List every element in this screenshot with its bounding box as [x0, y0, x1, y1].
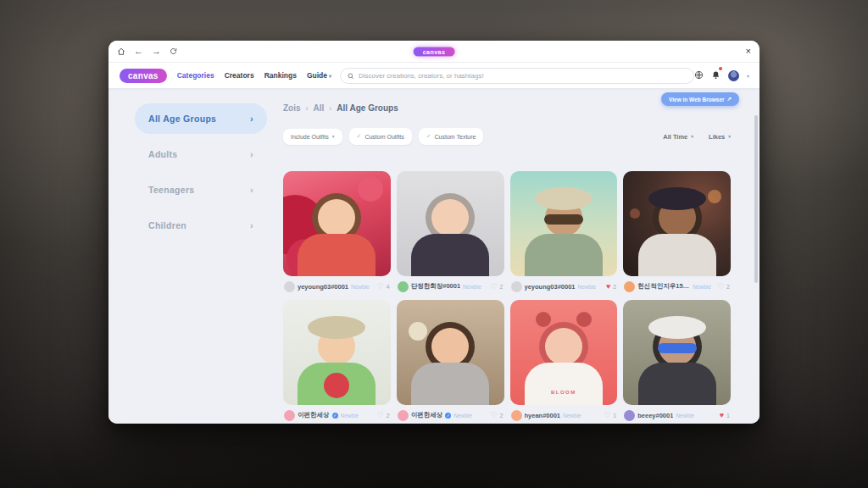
like-heart-icon[interactable]: ♡	[377, 283, 384, 291]
search-bar[interactable]	[340, 68, 694, 84]
creator-username[interactable]: 단정한회장#0001	[411, 282, 460, 291]
view-in-web-browser-button[interactable]: View in Web Browser ↗	[661, 92, 739, 106]
chevron-down-icon: ▾	[332, 134, 335, 139]
avatar[interactable]	[728, 70, 739, 81]
time-range-dropdown[interactable]: All Time ▾	[663, 133, 693, 141]
newbie-badge: Newbie	[453, 413, 472, 419]
creation-card[interactable]: yeyoung03#0001 Newbie ♡ 4	[283, 171, 391, 297]
creation-card[interactable]: BLOOM hyean#0001 Newbie ♡ 1	[510, 300, 618, 424]
creation-image[interactable]	[283, 300, 391, 405]
like-heart-icon[interactable]: ♡	[491, 283, 498, 291]
breadcrumb-all[interactable]: All	[314, 103, 325, 113]
nav-guide[interactable]: Guide▾	[307, 71, 331, 80]
creation-image[interactable]	[397, 300, 504, 405]
chevron-right-icon: ›	[329, 104, 331, 113]
creator-avatar[interactable]	[624, 410, 635, 421]
like-count: 2	[500, 284, 504, 290]
breadcrumb-zois[interactable]: Zois	[283, 103, 301, 113]
custom-outfits-toggle[interactable]: ✓ Custom Outfits	[349, 128, 412, 145]
creator-avatar[interactable]	[398, 410, 409, 421]
chevron-down-icon[interactable]: ▾	[747, 73, 749, 79]
like-heart-icon[interactable]: ♡	[717, 283, 724, 291]
like-heart-icon[interactable]: ♡	[377, 412, 384, 419]
creation-image[interactable]	[623, 171, 731, 276]
creation-image[interactable]	[397, 171, 504, 276]
app-window: ← → canvas × canvas Categories Creators …	[108, 41, 760, 424]
creator-username[interactable]: yeyoung03#0001	[525, 283, 576, 291]
nav-rankings[interactable]: Rankings	[264, 71, 297, 80]
back-icon[interactable]: ←	[134, 47, 143, 56]
like-heart-icon[interactable]: ♥	[606, 283, 610, 291]
shirt-text: BLOOM	[525, 390, 603, 395]
creation-card[interactable]: yeyoung03#0001 Newbie ♥ 2	[510, 171, 618, 297]
notifications-bell-icon[interactable]	[711, 68, 721, 83]
figure-torso: BLOOM	[525, 363, 603, 405]
like-heart-icon[interactable]: ♥	[720, 412, 724, 419]
browser-tab-title[interactable]: canvas	[414, 47, 455, 56]
like-count: 2	[500, 413, 504, 419]
figure-torso	[298, 234, 376, 276]
chevron-right-icon: ›	[250, 114, 253, 124]
globe-icon[interactable]	[694, 68, 704, 83]
creation-image[interactable]	[283, 171, 391, 276]
card-footer: 이편한세상 ✓ Newbie ♡ 2	[397, 405, 504, 424]
figure-torso	[638, 234, 716, 276]
nav-categories[interactable]: Categories	[177, 71, 214, 80]
card-footer: hyean#0001 Newbie ♡ 1	[510, 405, 618, 424]
chevron-right-icon: ›	[250, 185, 253, 195]
include-outfits-dropdown[interactable]: Include Outfits ▾	[283, 129, 342, 145]
creation-card[interactable]: 이편한세상 ✓ Newbie ♡ 2	[397, 300, 504, 424]
creator-avatar[interactable]	[624, 281, 635, 292]
creator-avatar[interactable]	[284, 281, 295, 292]
card-footer: 헌신적인지우15#0001 Newbie ♡ 2	[623, 276, 731, 297]
chevron-right-icon: ›	[250, 149, 253, 159]
creator-avatar[interactable]	[511, 281, 522, 292]
newbie-badge: Newbie	[693, 284, 711, 290]
creation-card[interactable]: 헌신적인지우15#0001 Newbie ♡ 2	[623, 171, 731, 297]
creation-image[interactable]	[510, 171, 618, 276]
creator-username[interactable]: 이편한세상	[298, 411, 330, 419]
app-content: canvas Categories Creators Rankings Guid…	[108, 63, 760, 424]
sidebar-item-adults[interactable]: Adults ›	[135, 139, 267, 169]
figure-head	[545, 328, 582, 365]
creator-username[interactable]: 이편한세상	[411, 411, 443, 419]
creation-card[interactable]: 단정한회장#0001 Newbie ♡ 2	[397, 171, 504, 297]
like-heart-icon[interactable]: ♡	[491, 412, 498, 419]
creator-avatar[interactable]	[284, 410, 295, 421]
canvas-logo[interactable]: canvas	[120, 69, 167, 83]
creator-avatar[interactable]	[398, 281, 409, 292]
like-count: 1	[613, 413, 616, 419]
scrollbar[interactable]	[754, 115, 758, 283]
creator-username[interactable]: 헌신적인지우15#0001	[637, 282, 690, 291]
sidebar-item-children[interactable]: Children ›	[135, 210, 267, 241]
sidebar-item-all-age-groups[interactable]: All Age Groups ›	[135, 103, 267, 134]
forward-icon[interactable]: →	[152, 47, 161, 56]
newbie-badge: Newbie	[578, 284, 597, 290]
creator-avatar[interactable]	[511, 410, 522, 421]
search-input[interactable]	[359, 72, 687, 80]
like-count: 2	[726, 284, 730, 290]
check-icon: ✓	[357, 133, 362, 140]
main-nav: Categories Creators Rankings Guide▾	[177, 71, 331, 80]
creator-username[interactable]: beeey#0001	[637, 412, 673, 419]
home-icon[interactable]	[117, 47, 125, 56]
close-icon[interactable]: ×	[746, 47, 751, 56]
creation-card[interactable]: 이편한세상 ✓ Newbie ♡ 2	[283, 300, 391, 424]
newbie-badge: Newbie	[351, 284, 370, 290]
sidebar-item-teenagers[interactable]: Teenagers ›	[135, 175, 267, 205]
creation-image[interactable]: BLOOM	[510, 300, 618, 405]
figure-torso	[411, 234, 489, 276]
custom-texture-toggle[interactable]: ✓ Custom Texture	[419, 128, 484, 145]
creation-image[interactable]	[623, 300, 731, 405]
creator-username[interactable]: yeyoung03#0001	[298, 283, 348, 291]
nav-creators[interactable]: Creators	[225, 71, 254, 80]
creation-card[interactable]: beeey#0001 Newbie ♥ 1	[623, 300, 731, 424]
cards-grid: yeyoung03#0001 Newbie ♡ 4 단정한회장#0001 New…	[283, 171, 731, 424]
reload-icon[interactable]	[170, 47, 177, 55]
like-heart-icon[interactable]: ♡	[604, 412, 610, 419]
external-link-icon: ↗	[727, 96, 732, 103]
creator-username[interactable]: hyean#0001	[525, 412, 561, 419]
chevron-down-icon: ▾	[691, 134, 693, 139]
sort-by-dropdown[interactable]: Likes ▾	[709, 133, 731, 141]
window-chrome: ← → canvas ×	[108, 41, 760, 63]
